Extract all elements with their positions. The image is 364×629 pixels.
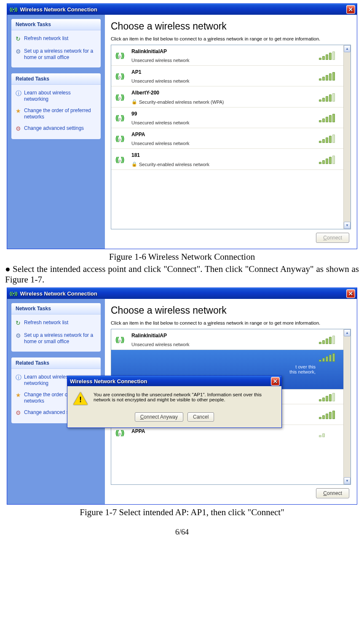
page-title: Choose a wireless network [111,21,351,32]
network-row[interactable]: ((ǫ))AP1Unsecured wireless network [111,66,343,86]
signal-bars-icon [319,156,339,164]
wifi-icon: ((•)) [10,291,18,296]
window-title: Wireless Network Connection [20,6,97,13]
window-wireless-2: ((•)) Wireless Network Connection ✕ Netw… [7,288,357,505]
close-icon[interactable]: ✕ [346,5,355,14]
star-icon: ★ [16,392,24,404]
cancel-button[interactable]: Cancel [187,412,214,422]
dialog-connect-warning: Wireless Network Connection ✕ ! You are … [67,376,282,428]
scroll-down-icon[interactable]: ▼ [344,222,351,229]
signal-bars-icon [319,411,339,419]
lock-icon: 🔒 [131,161,137,167]
sidebar-item-order[interactable]: ★ Change the order of preferred networks [15,105,97,123]
antenna-icon: ((ǫ)) [115,94,131,101]
network-name: APPA [131,132,319,137]
scrollbar[interactable]: ▲ ▼ [343,45,351,229]
network-security: Unsecured wireless network [131,78,319,83]
panel-title: Network Tasks [11,303,101,314]
refresh-icon: ↻ [16,320,24,327]
antenna-icon: ((ǫ)) [115,135,131,142]
warning-icon: ! [73,392,88,406]
gear-icon: ⚙ [16,125,24,133]
network-list: ((ǫ))RalinkInitialAPUnsecured wireless n… [111,45,351,229]
antenna-icon: ((ǫ)) [115,114,131,122]
scroll-down-icon[interactable]: ▼ [344,477,351,484]
sidebar-item-label: Set up a wireless network for a home or … [24,48,96,61]
sidebar-item-refresh[interactable]: ↻ Refresh network list [15,317,97,330]
network-security: Unsecured wireless network [131,342,319,347]
dialog-titlebar[interactable]: Wireless Network Connection ✕ [67,376,281,386]
network-row[interactable]: ((ǫ))181🔒 Security-enabled wireless netw… [111,149,343,170]
network-name: RalinkInitialAP [131,48,319,54]
window-wireless-1: ((•)) Wireless Network Connection ✕ Netw… [7,3,357,249]
panel-network-tasks: Network Tasks ↻ Refresh network list ⚙ S… [11,19,101,67]
antenna-icon: ((ǫ)) [115,429,131,437]
sidebar-item-label: Change advanced settings [24,125,84,133]
instruction-text: Click an item in the list below to conne… [111,320,351,325]
network-security: Unsecured wireless network [131,120,319,125]
bullet-text: ●Select the intended access point and cl… [5,264,359,285]
network-name: 99 [131,111,319,117]
network-row[interactable]: ((ǫ)) RalinkInitialAP Unsecured wireless… [111,329,343,350]
close-icon[interactable]: ✕ [271,377,280,386]
network-security: Unsecured wireless network [131,58,319,63]
close-icon[interactable]: ✕ [346,289,355,298]
scroll-up-icon[interactable]: ▲ [344,329,351,336]
antenna-icon: ((ǫ)) [115,52,131,59]
signal-bars-icon [319,429,339,437]
antenna-icon: ((ǫ)) [115,156,131,164]
panel-title: Related Tasks [11,358,101,369]
figure-caption: Figure 1-6 Wireless Network Connection [3,252,361,262]
connect-button[interactable]: Connect [316,488,349,498]
window-title: Wireless Network Connection [20,290,97,297]
panel-network-tasks: Network Tasks ↻ Refresh network list ⚙ S… [11,303,101,352]
panel-title: Network Tasks [11,19,101,30]
selected-hint: t over this [289,364,316,369]
network-name: RalinkInitialAP [131,333,319,339]
selected-hint: this network, [289,369,316,374]
panel-related-tasks: Related Tasks ⓘ Learn about wireless net… [11,73,101,140]
connect-anyway-button[interactable]: Connect Anyway [135,412,183,422]
signal-bars-icon [319,72,339,81]
sidebar-item-label: Learn about wireless networking [24,90,96,102]
network-security: 🔒 Security-enabled wireless network [131,161,319,167]
titlebar[interactable]: ((•)) Wireless Network Connection ✕ [7,288,357,299]
signal-bars-icon [319,134,339,143]
network-row[interactable]: ((ǫ))APPAUnsecured wireless network [111,128,343,149]
sidebar-item-learn[interactable]: ⓘ Learn about wireless networking [15,87,97,105]
refresh-icon: ↻ [16,35,24,43]
network-row[interactable]: ((ǫ))99Unsecured wireless network [111,108,343,128]
sidebar-item-refresh[interactable]: ↻ Refresh network list [15,33,97,46]
antenna-icon: ((ǫ)) [115,336,131,344]
sidebar: Network Tasks ↻ Refresh network list ⚙ S… [7,15,105,249]
figure-caption: Figure 1-7 Select intended AP: AP1, then… [3,507,361,518]
sidebar-item-setup[interactable]: ⚙ Set up a wireless network for a home o… [15,46,97,63]
network-name: 181 [131,152,319,158]
signal-bars-icon [319,393,339,401]
instruction-text: Click an item in the list below to conne… [111,36,351,41]
lock-icon: 🔒 [131,99,137,105]
connect-button[interactable]: Connect [316,233,349,243]
network-security: Unsecured wireless network [131,141,319,146]
antenna-icon: ((ǫ)) [115,73,131,80]
sidebar-item-setup[interactable]: ⚙ Set up a wireless network for a home o… [15,330,97,347]
sidebar-item-label: Refresh network list [24,35,68,43]
network-row[interactable]: ((ǫ))RalinkInitialAPUnsecured wireless n… [111,45,343,66]
signal-bars-icon [319,336,339,344]
info-icon: ⓘ [16,90,24,102]
sidebar-item-advanced[interactable]: ⚙ Change advanced settings [15,123,97,135]
titlebar[interactable]: ((•)) Wireless Network Connection ✕ [7,4,357,15]
panel-title: Related Tasks [11,73,101,85]
signal-bars-icon [319,353,339,362]
network-row[interactable]: ((ǫ))AlbertY-200🔒 Security-enabled wirel… [111,86,343,108]
sidebar-item-label: Set up a wireless network for a home or … [24,332,96,345]
network-name: APPA [131,428,319,434]
scroll-up-icon[interactable]: ▲ [344,45,351,52]
network-name: AP1 [131,69,319,75]
network-name: AlbertY-200 [131,90,319,96]
gear-icon: ⚙ [16,409,24,417]
scrollbar[interactable]: ▲ ▼ [343,329,351,484]
star-icon: ★ [16,108,24,120]
dialog-title: Wireless Network Connection [70,378,147,384]
setup-icon: ⚙ [16,48,24,61]
